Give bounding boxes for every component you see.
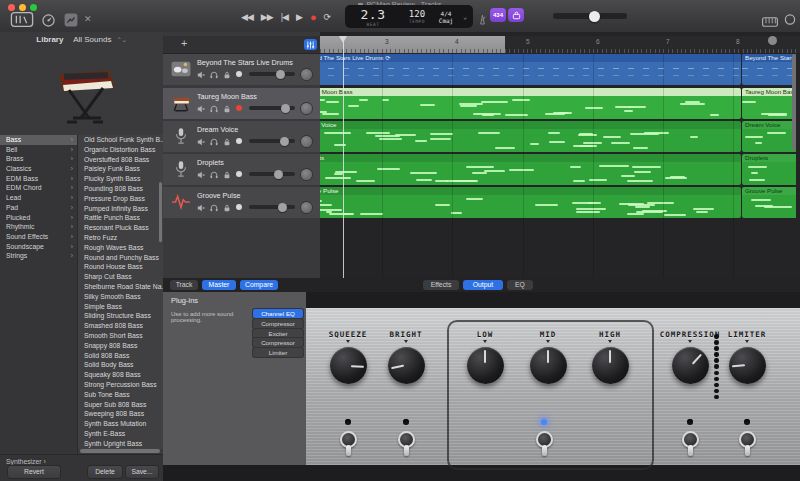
volume-thumb[interactable]	[281, 104, 290, 113]
sidebar-category-rhythmic[interactable]: Rhythmic›	[0, 222, 77, 232]
pan-knob[interactable]	[301, 69, 312, 80]
playhead-marker[interactable]	[339, 36, 347, 43]
record-enable-dot[interactable]	[236, 171, 242, 177]
sidebar-category-soundscape[interactable]: Soundscape›	[0, 242, 77, 252]
sound-item-overstuffed-808-bass[interactable]: Overstuffed 808 Bass	[78, 155, 163, 165]
midi-region-beyond-the-stars-live-drums-loop[interactable]: Beyond The Stars Live Drums ⟳	[742, 54, 796, 85]
midi-region-beyond-the-stars-live-drums[interactable]: Beyond The Stars Live Drums ⟳	[320, 54, 741, 85]
midi-region-taureg-moon-bass-loop[interactable]: Taureg Moon Bass	[742, 88, 796, 119]
lcd-display[interactable]: 2.3 BEAT 120 TEMPO 4/4 Cmaj ⌄	[345, 5, 473, 28]
plugin-slot-limiter-4[interactable]: Limiter	[253, 348, 303, 357]
rewind-button[interactable]: ◀◀	[241, 9, 253, 25]
notification-badge[interactable]: 434	[490, 8, 506, 22]
record-button[interactable]: ●	[310, 9, 316, 25]
volume-thumb[interactable]	[276, 70, 285, 79]
sound-item-sharp-cut-bass[interactable]: Sharp Cut Bass	[78, 272, 163, 282]
lock-icon[interactable]	[223, 65, 231, 83]
sidebar-category-edm-chord[interactable]: EDM Chord›	[0, 183, 77, 193]
pan-knob[interactable]	[301, 136, 312, 147]
midi-region-taureg-moon-bass[interactable]: Taureg Moon Bass	[320, 88, 741, 119]
media-browser-icon[interactable]	[64, 13, 78, 31]
tuner-icon[interactable]	[42, 13, 55, 31]
filter-stepper-icon[interactable]: ⌃⌄	[117, 37, 127, 43]
track-header-taureg-moon-bass[interactable]: Taureg Moon Bass	[163, 88, 320, 119]
midi-region-dream-voice[interactable]: Dream Voice	[320, 121, 741, 152]
toggle-switch-squeeze[interactable]	[340, 431, 356, 461]
tab-output[interactable]: Output	[463, 280, 503, 290]
record-enable-dot[interactable]	[236, 71, 242, 77]
track-volume-slider[interactable]	[249, 72, 295, 76]
x-icon[interactable]: ✕	[84, 14, 92, 24]
midi-region-droplets-loop[interactable]: Droplets	[742, 154, 796, 185]
track-header-groove-pulse[interactable]: Groove Pulse	[163, 187, 320, 218]
mute-button[interactable]	[197, 65, 205, 83]
switch-lever[interactable]	[346, 445, 351, 456]
mute-button[interactable]	[197, 99, 205, 117]
delete-button[interactable]: Delete	[88, 466, 122, 478]
switch-lever[interactable]	[404, 445, 409, 456]
horizontal-scrollbar[interactable]	[80, 449, 160, 453]
sound-item-organic-distortion-bass[interactable]: Organic Distortion Bass	[78, 145, 163, 155]
lock-icon[interactable]	[223, 198, 231, 216]
add-track-button[interactable]: +	[181, 37, 187, 49]
toggle-switch-bright[interactable]	[398, 431, 414, 461]
metronome-icon[interactable]	[478, 11, 487, 29]
switch-lever[interactable]	[688, 445, 693, 456]
track-lane-dream-voice[interactable]: Dream VoiceDream Voice	[320, 121, 796, 152]
mute-button[interactable]	[197, 165, 205, 183]
sound-item-synth-e-bass[interactable]: Synth E-Bass	[78, 429, 163, 439]
forward-button[interactable]: ▶▶	[261, 9, 273, 25]
sidebar-category-bell[interactable]: Bell›	[0, 145, 77, 155]
knob-mid[interactable]	[530, 347, 567, 384]
plugin-slot-channel-eq-0[interactable]: Channel EQ	[253, 309, 303, 318]
sound-item-pressure-drop-bass[interactable]: Pressure Drop Bass	[78, 194, 163, 204]
app-badge[interactable]	[508, 8, 524, 22]
sound-item-plucky-synth-bass[interactable]: Plucky Synth Bass	[78, 174, 163, 184]
sound-item-sub-tone-bass[interactable]: Sub Tone Bass	[78, 390, 163, 400]
track-header-dream-voice[interactable]: Dream Voice	[163, 121, 320, 152]
sound-item-simple-bass[interactable]: Simple Bass	[78, 302, 163, 312]
toggle-switch-limiter[interactable]	[739, 431, 755, 461]
plugin-slot-compressor-3[interactable]: Compressor	[253, 338, 303, 347]
library-filter[interactable]: All Sounds	[73, 35, 111, 44]
tracks-area[interactable]: 345678 Beyond The Stars Live Drums ⟳Beyo…	[320, 32, 800, 278]
knob-high[interactable]	[592, 347, 629, 384]
sound-item-pounding-808-bass[interactable]: Pounding 808 Bass	[78, 184, 163, 194]
track-volume-slider[interactable]	[249, 205, 295, 209]
sound-item-solid-808-bass[interactable]: Solid 808 Bass	[78, 351, 163, 361]
track-header-beyond-the-stars-live-drums[interactable]: Beyond The Stars Live Drums	[163, 54, 320, 85]
track-lane-taureg-moon-bass[interactable]: Taureg Moon BassTaureg Moon Bass	[320, 88, 796, 119]
sidebar-category-classics[interactable]: Classics›	[0, 164, 77, 174]
sound-item-solid-body-bass[interactable]: Solid Body Bass	[78, 360, 163, 370]
sidebar-category-plucked[interactable]: Plucked›	[0, 213, 77, 223]
sound-item-synth-upright-bass[interactable]: Synth Upright Bass	[78, 439, 163, 449]
master-volume-slider[interactable]	[553, 13, 627, 19]
sound-item-rough-waves-bass[interactable]: Rough Waves Bass	[78, 243, 163, 253]
track-lane-groove-pulse[interactable]: Groove PulseGroove Pulse	[320, 187, 796, 218]
sound-item-strong-percussion-bass[interactable]: Strong Percussion Bass	[78, 380, 163, 390]
record-enable-dot[interactable]	[236, 105, 242, 111]
knob-low[interactable]	[467, 347, 504, 384]
mode-button-master[interactable]: Master	[202, 280, 236, 290]
sound-item-smashed-808-bass[interactable]: Smashed 808 Bass	[78, 321, 163, 331]
knob-bright[interactable]	[388, 347, 425, 384]
ruler-knob[interactable]	[768, 36, 777, 45]
track-lane-beyond-the-stars-live-drums[interactable]: Beyond The Stars Live Drums ⟳Beyond The …	[320, 54, 796, 85]
solo-button[interactable]	[210, 165, 218, 183]
sound-item-old-school-funk-synth-b[interactable]: Old School Funk Synth B...	[78, 135, 163, 145]
musical-typing-icon[interactable]	[762, 13, 778, 31]
lock-icon[interactable]	[223, 132, 231, 150]
volume-thumb[interactable]	[278, 203, 287, 212]
sound-item-super-sub-808-bass[interactable]: Super Sub 808 Bass	[78, 400, 163, 410]
sound-item-round-house-bass[interactable]: Round House Bass	[78, 262, 163, 272]
sidebar-category-lead[interactable]: Lead›	[0, 193, 77, 203]
sound-item-paisley-funk-bass[interactable]: Paisley Funk Bass	[78, 164, 163, 174]
solo-button[interactable]	[210, 198, 218, 216]
toggle-switch-compression[interactable]	[682, 431, 698, 461]
sound-list-scrollbar[interactable]	[159, 182, 162, 242]
volume-thumb[interactable]	[274, 170, 283, 179]
sound-item-resonant-pluck-bass[interactable]: Resonant Pluck Bass	[78, 223, 163, 233]
plugin-slot-compressor-1[interactable]: Compressor	[253, 319, 303, 328]
sidebar-category-sound-effects[interactable]: Sound Effects›	[0, 232, 77, 242]
quick-help-icon[interactable]	[784, 12, 796, 30]
